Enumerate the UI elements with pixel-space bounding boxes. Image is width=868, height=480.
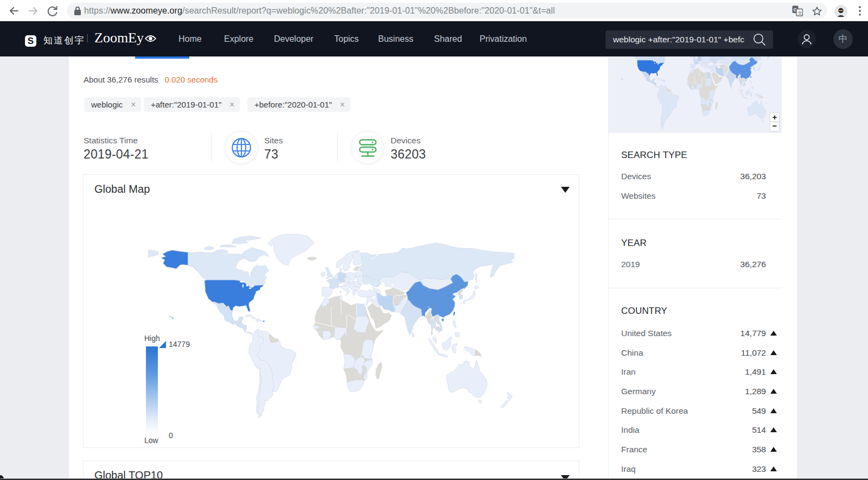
svg-text:文: 文 <box>797 10 802 16</box>
